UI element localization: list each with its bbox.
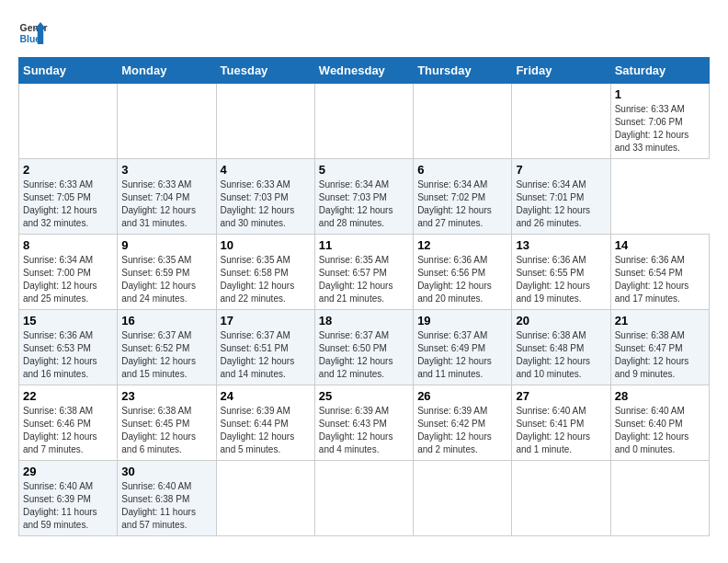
day-number: 18 (319, 314, 409, 327)
day-cell: 3Sunrise: 6:33 AMSunset: 7:04 PMDaylight… (118, 159, 216, 235)
day-number: 11 (319, 238, 409, 252)
day-number: 4 (221, 163, 311, 177)
day-info: Sunrise: 6:38 AMSunset: 6:48 PMDaylight:… (516, 330, 590, 379)
day-number: 3 (121, 163, 211, 177)
logo-icon: General Blue (18, 18, 48, 48)
week-row: 22Sunrise: 6:38 AMSunset: 6:46 PMDayligh… (19, 385, 710, 461)
day-info: Sunrise: 6:39 AMSunset: 6:44 PMDaylight:… (221, 406, 295, 454)
day-info: Sunrise: 6:36 AMSunset: 6:53 PMDaylight:… (23, 330, 97, 379)
day-info: Sunrise: 6:35 AMSunset: 6:58 PMDaylight:… (221, 255, 295, 304)
day-cell: 17Sunrise: 6:37 AMSunset: 6:51 PMDayligh… (216, 310, 314, 385)
day-cell: 25Sunrise: 6:39 AMSunset: 6:43 PMDayligh… (314, 385, 413, 461)
day-info: Sunrise: 6:38 AMSunset: 6:46 PMDaylight:… (23, 406, 97, 454)
day-cell: 29Sunrise: 6:40 AMSunset: 6:39 PMDayligh… (19, 461, 118, 536)
calendar-table: SundayMondayTuesdayWednesdayThursdayFrid… (18, 57, 710, 536)
day-header-sunday: Sunday (19, 58, 118, 84)
day-cell (512, 461, 610, 536)
day-header-monday: Monday (118, 58, 216, 84)
day-cell: 15Sunrise: 6:36 AMSunset: 6:53 PMDayligh… (19, 310, 118, 385)
day-cell: 10Sunrise: 6:35 AMSunset: 6:58 PMDayligh… (216, 235, 314, 310)
empty-cell (216, 84, 314, 159)
day-info: Sunrise: 6:37 AMSunset: 6:51 PMDaylight:… (221, 330, 295, 379)
page-header: General Blue (18, 18, 710, 48)
day-cell: 8Sunrise: 6:34 AMSunset: 7:00 PMDaylight… (19, 235, 118, 310)
day-number: 14 (615, 238, 705, 252)
day-cell (610, 461, 709, 536)
day-number: 10 (221, 238, 311, 252)
day-header-saturday: Saturday (610, 58, 709, 84)
day-cell: 30Sunrise: 6:40 AMSunset: 6:38 PMDayligh… (118, 461, 216, 536)
day-number: 28 (615, 389, 705, 403)
empty-cell (512, 84, 610, 159)
week-row: 2Sunrise: 6:33 AMSunset: 7:05 PMDaylight… (19, 159, 710, 235)
day-info: Sunrise: 6:34 AMSunset: 7:03 PMDaylight:… (319, 179, 393, 228)
day-cell: 7Sunrise: 6:34 AMSunset: 7:01 PMDaylight… (512, 159, 610, 235)
day-header-wednesday: Wednesday (314, 58, 413, 84)
header-row: SundayMondayTuesdayWednesdayThursdayFrid… (19, 58, 710, 84)
day-number: 7 (516, 163, 606, 177)
day-info: Sunrise: 6:37 AMSunset: 6:52 PMDaylight:… (121, 330, 196, 379)
day-cell: 11Sunrise: 6:35 AMSunset: 6:57 PMDayligh… (314, 235, 413, 310)
day-info: Sunrise: 6:35 AMSunset: 6:57 PMDaylight:… (319, 255, 393, 304)
day-info: Sunrise: 6:36 AMSunset: 6:55 PMDaylight:… (516, 255, 590, 304)
day-info: Sunrise: 6:38 AMSunset: 6:47 PMDaylight:… (615, 330, 689, 379)
day-cell: 2Sunrise: 6:33 AMSunset: 7:05 PMDaylight… (19, 159, 118, 235)
day-cell: 16Sunrise: 6:37 AMSunset: 6:52 PMDayligh… (118, 310, 216, 385)
day-cell (314, 461, 413, 536)
day-cell: 28Sunrise: 6:40 AMSunset: 6:40 PMDayligh… (610, 385, 709, 461)
day-cell: 13Sunrise: 6:36 AMSunset: 6:55 PMDayligh… (512, 235, 610, 310)
empty-cell (414, 84, 512, 159)
day-info: Sunrise: 6:40 AMSunset: 6:41 PMDaylight:… (516, 406, 590, 454)
day-cell (414, 461, 512, 536)
day-cell: 4Sunrise: 6:33 AMSunset: 7:03 PMDaylight… (216, 159, 314, 235)
day-number: 12 (417, 238, 507, 252)
day-number: 20 (516, 314, 606, 327)
day-number: 17 (221, 314, 311, 327)
day-cell: 6Sunrise: 6:34 AMSunset: 7:02 PMDaylight… (414, 159, 512, 235)
day-cell: 22Sunrise: 6:38 AMSunset: 6:46 PMDayligh… (19, 385, 118, 461)
day-cell: 20Sunrise: 6:38 AMSunset: 6:48 PMDayligh… (512, 310, 610, 385)
day-cell: 23Sunrise: 6:38 AMSunset: 6:45 PMDayligh… (118, 385, 216, 461)
day-number: 6 (417, 163, 507, 177)
day-number: 30 (121, 465, 211, 478)
day-header-friday: Friday (512, 58, 610, 84)
day-number: 21 (615, 314, 705, 327)
day-number: 16 (121, 314, 211, 327)
day-cell (216, 461, 314, 536)
day-number: 24 (221, 389, 311, 403)
empty-cell (19, 84, 118, 159)
day-number: 22 (23, 389, 113, 403)
day-number: 29 (23, 465, 113, 478)
day-header-thursday: Thursday (414, 58, 512, 84)
day-cell: 21Sunrise: 6:38 AMSunset: 6:47 PMDayligh… (610, 310, 709, 385)
day-number: 15 (23, 314, 113, 327)
day-info: Sunrise: 6:36 AMSunset: 6:54 PMDaylight:… (615, 255, 689, 304)
day-info: Sunrise: 6:33 AMSunset: 7:05 PMDaylight:… (23, 179, 97, 228)
day-cell: 1Sunrise: 6:33 AMSunset: 7:06 PMDaylight… (610, 84, 709, 159)
day-number: 2 (23, 163, 113, 177)
day-info: Sunrise: 6:34 AMSunset: 7:02 PMDaylight:… (417, 179, 492, 228)
day-cell: 12Sunrise: 6:36 AMSunset: 6:56 PMDayligh… (414, 235, 512, 310)
day-info: Sunrise: 6:33 AMSunset: 7:03 PMDaylight:… (221, 179, 295, 228)
day-cell: 24Sunrise: 6:39 AMSunset: 6:44 PMDayligh… (216, 385, 314, 461)
day-info: Sunrise: 6:40 AMSunset: 6:40 PMDaylight:… (615, 406, 689, 454)
day-cell: 14Sunrise: 6:36 AMSunset: 6:54 PMDayligh… (610, 235, 709, 310)
day-number: 27 (516, 389, 606, 403)
day-cell: 26Sunrise: 6:39 AMSunset: 6:42 PMDayligh… (414, 385, 512, 461)
day-info: Sunrise: 6:36 AMSunset: 6:56 PMDaylight:… (417, 255, 492, 304)
day-info: Sunrise: 6:39 AMSunset: 6:43 PMDaylight:… (319, 406, 393, 454)
day-cell: 19Sunrise: 6:37 AMSunset: 6:49 PMDayligh… (414, 310, 512, 385)
day-number: 19 (417, 314, 507, 327)
week-row: 8Sunrise: 6:34 AMSunset: 7:00 PMDaylight… (19, 235, 710, 310)
day-number: 1 (615, 87, 705, 101)
day-info: Sunrise: 6:34 AMSunset: 7:00 PMDaylight:… (23, 255, 97, 304)
week-row: 1Sunrise: 6:33 AMSunset: 7:06 PMDaylight… (19, 84, 710, 159)
day-info: Sunrise: 6:37 AMSunset: 6:49 PMDaylight:… (417, 330, 492, 379)
day-number: 23 (121, 389, 211, 403)
day-info: Sunrise: 6:33 AMSunset: 7:06 PMDaylight:… (615, 104, 689, 153)
day-cell: 27Sunrise: 6:40 AMSunset: 6:41 PMDayligh… (512, 385, 610, 461)
week-row: 15Sunrise: 6:36 AMSunset: 6:53 PMDayligh… (19, 310, 710, 385)
day-cell: 5Sunrise: 6:34 AMSunset: 7:03 PMDaylight… (314, 159, 413, 235)
day-number: 25 (319, 389, 409, 403)
day-number: 9 (121, 238, 211, 252)
